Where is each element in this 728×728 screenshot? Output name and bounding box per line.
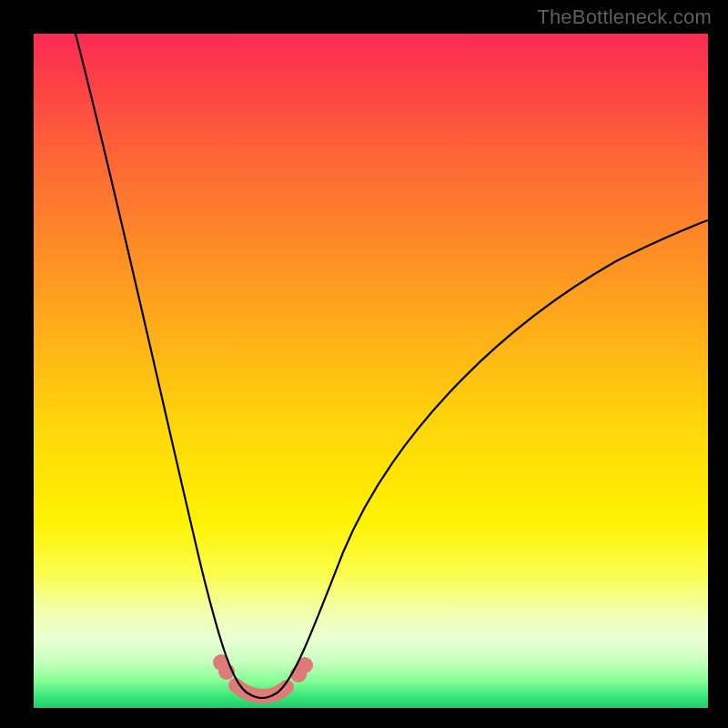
curve-line [76,34,708,698]
attribution-text: TheBottleneck.com [537,5,712,29]
chart-svg [34,34,708,708]
chart-frame: TheBottleneck.com [0,0,728,728]
